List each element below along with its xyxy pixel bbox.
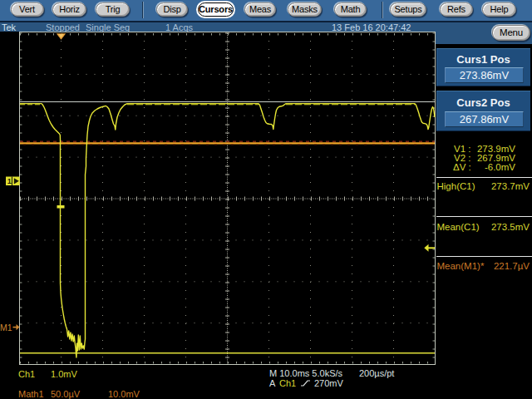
svg-text:1: 1 [7,177,12,185]
svg-text:M1: M1 [0,323,12,332]
